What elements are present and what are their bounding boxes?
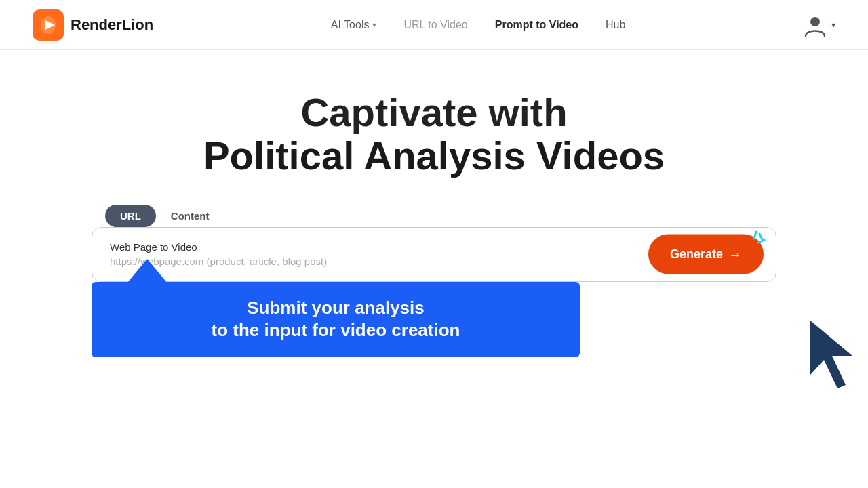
tooltip-line2: to the input for video creation [119, 319, 553, 342]
cursor-decoration [804, 314, 868, 405]
logo-icon [33, 9, 64, 41]
headline: Captivate with Political Analysis Videos [203, 91, 665, 178]
tab-content[interactable]: Content [156, 205, 224, 227]
nav-prompt-to-video[interactable]: Prompt to Video [495, 19, 578, 31]
main-content: Captivate with Political Analysis Videos… [0, 50, 868, 357]
nav-ai-tools[interactable]: AI Tools ▾ [331, 19, 377, 31]
header: RenderLion AI Tools ▾ URL to Video Promp… [0, 0, 868, 50]
ai-tools-arrow: ▾ [372, 20, 376, 30]
tab-url[interactable]: URL [105, 205, 156, 227]
user-icon [803, 13, 827, 37]
tooltip-banner: Submit your analysis to the input for vi… [92, 282, 580, 358]
svg-point-2 [810, 17, 820, 26]
headline-line2: Political Analysis Videos [203, 134, 665, 178]
generate-button[interactable]: Generate → [648, 235, 764, 274]
tooltip-arrow [127, 259, 167, 283]
generate-arrow-icon: → [728, 247, 742, 262]
tabs-row: URL Content [92, 205, 776, 227]
main-nav: AI Tools ▾ URL to Video Prompt to Video … [331, 19, 626, 31]
input-label: Web Page to Video [110, 241, 627, 253]
logo[interactable]: RenderLion [33, 9, 153, 41]
nav-url-to-video[interactable]: URL to Video [403, 19, 467, 31]
svg-marker-6 [810, 321, 852, 388]
svg-line-3 [760, 234, 763, 241]
headline-line1: Captivate with [203, 91, 665, 134]
generate-label: Generate [670, 247, 723, 262]
user-menu[interactable]: ▾ [803, 13, 835, 37]
input-widget: URL Content Web Page to Video https://we… [92, 205, 776, 282]
banner-area: Submit your analysis to the input for vi… [92, 282, 776, 358]
input-box: Web Page to Video https://webpage.com (p… [92, 227, 776, 282]
tooltip-line1: Submit your analysis [119, 297, 553, 320]
widget-wrapper: URL Content Web Page to Video https://we… [92, 205, 776, 358]
user-chevron-icon: ▾ [831, 20, 835, 30]
nav-hub[interactable]: Hub [606, 19, 625, 31]
logo-text: RenderLion [71, 16, 153, 34]
